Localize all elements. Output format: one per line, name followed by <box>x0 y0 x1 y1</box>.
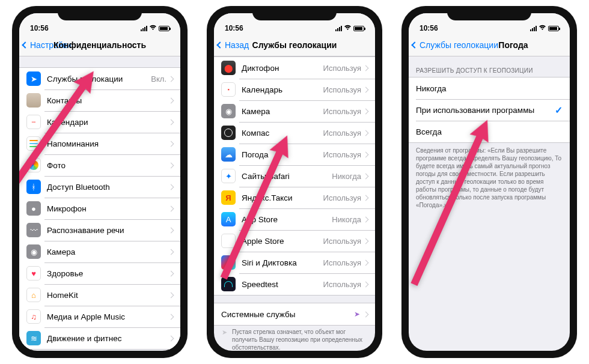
cell-label: Микрофон <box>47 204 169 213</box>
back-button[interactable]: Службы геолокации <box>412 40 498 50</box>
cell-label: Apple Store <box>242 237 323 246</box>
app-icon: ⌂ <box>26 288 41 302</box>
chevron-left-icon <box>22 41 28 48</box>
app-icon: ♫ <box>26 309 41 324</box>
phone-location-services: 10:56 Назад Службы геолокации ⬤ДиктофонИ… <box>207 6 382 358</box>
cell-detail: Используя <box>323 280 361 289</box>
app-icon: ♥ <box>26 266 41 281</box>
signal-icon <box>141 25 147 31</box>
row-health[interactable]: ♥Здоровье <box>19 262 180 284</box>
app-icon <box>221 277 236 291</box>
chevron-right-icon <box>168 141 174 147</box>
app-icon <box>26 93 41 108</box>
nav-bar: Назад Службы геолокации <box>214 34 375 56</box>
location-arrow-icon: ➤ <box>354 310 360 318</box>
row-reminders[interactable]: Напоминания <box>19 133 180 154</box>
chevron-right-icon <box>168 270 174 276</box>
row-compass[interactable]: КомпасИспользуя <box>214 122 375 144</box>
chevron-right-icon <box>168 335 174 341</box>
cell-label: Движение и фитнес <box>47 334 169 343</box>
chevron-right-icon <box>363 216 369 222</box>
app-icon: ● <box>26 201 41 216</box>
option-never[interactable]: Никогда <box>409 77 570 99</box>
row-appstore[interactable]: AApp StoreНикогда <box>214 208 375 230</box>
row-speedtest[interactable]: SpeedtestИспользуя <box>214 273 375 295</box>
wifi-icon <box>149 24 157 32</box>
cell-detail: Используя <box>323 237 361 246</box>
chevron-right-icon <box>168 249 174 255</box>
section-header: Разрешить доступ к геопозиции <box>409 56 570 77</box>
app-icon <box>26 158 41 172</box>
cell-label: Компас <box>242 129 323 138</box>
chevron-right-icon <box>168 314 174 320</box>
location-arrow-icon: ➤ <box>221 328 227 351</box>
row-weather[interactable]: ☁ПогодаИспользуя <box>214 144 375 165</box>
cell-label: Службы геолокации <box>47 74 151 83</box>
chevron-right-icon <box>363 195 369 201</box>
chevron-right-icon <box>363 86 369 93</box>
chevron-right-icon <box>168 119 174 125</box>
row-camera[interactable]: ◉КамераИспользуя <box>214 100 375 122</box>
wifi-icon <box>539 24 546 32</box>
row-contacts[interactable]: Контакты <box>19 89 180 111</box>
cell-label: Сайты Safari <box>242 172 332 181</box>
cell-label: Камера <box>242 107 323 116</box>
row-microphone[interactable]: ●Микрофон <box>19 198 180 219</box>
cell-detail: Используя <box>323 85 361 94</box>
cell-label: Камера <box>47 247 169 256</box>
cell-detail: Используя <box>323 64 361 73</box>
legend-item: ➤Пустая стрелка означает, что объект мог… <box>214 326 375 351</box>
row-homekit[interactable]: ⌂HomeKit <box>19 284 180 306</box>
cell-detail: Используя <box>323 258 361 267</box>
cell-label: Siri и Диктовка <box>242 258 323 267</box>
phone-privacy: 10:56 Настройки Конфиденциальность ➤Служ… <box>12 6 188 358</box>
app-icon: Я <box>221 190 236 205</box>
footer-text: Сведения от программы: «Если Вы разрешит… <box>409 143 570 213</box>
option-while-using[interactable]: При использовании программы✓ <box>409 99 570 121</box>
row-motion[interactable]: ≋Движение и фитнес <box>19 327 180 349</box>
row-bluetooth[interactable]: ᚼДоступ Bluetooth <box>19 176 180 198</box>
signal-icon <box>335 25 342 31</box>
cell-label: App Store <box>242 215 332 224</box>
back-button[interactable]: Настройки <box>23 40 72 50</box>
row-photos[interactable]: Фото <box>19 154 180 176</box>
app-icon: ➤ <box>26 71 41 86</box>
chevron-right-icon <box>168 76 174 82</box>
battery-icon <box>548 26 559 31</box>
app-icon <box>26 136 41 151</box>
row-media[interactable]: ♫Медиа и Apple Music <box>19 306 180 327</box>
cell-detail: Используя <box>323 193 361 202</box>
row-system-services[interactable]: Системные службы ➤ <box>214 303 375 325</box>
row-voice-memos[interactable]: ⬤ДиктофонИспользуя <box>214 57 375 79</box>
row-yandex[interactable]: ЯЯндекс.ТаксиИспользуя <box>214 187 375 208</box>
cell-detail: Вкл. <box>151 74 166 83</box>
chevron-right-icon <box>363 151 369 157</box>
option-label: При использовании программы <box>416 106 555 115</box>
chevron-right-icon <box>168 97 174 103</box>
cell-label: Фото <box>47 161 169 170</box>
row-speech[interactable]: 〰Распознавание речи <box>19 219 180 241</box>
chevron-right-icon <box>363 259 369 265</box>
app-icon: ≋ <box>26 331 41 345</box>
option-label: Никогда <box>416 84 563 93</box>
app-icon <box>221 255 236 270</box>
row-safari[interactable]: ✦Сайты SafariНикогда <box>214 165 375 187</box>
chevron-right-icon <box>168 162 174 168</box>
row-calendar[interactable]: ▪КалендарьИспользуя <box>214 79 375 100</box>
row-camera[interactable]: ◉Камера <box>19 241 180 262</box>
nav-bar: Службы геолокации Погода <box>409 34 570 56</box>
back-button[interactable]: Назад <box>218 40 249 50</box>
cell-label: Погода <box>242 150 323 159</box>
row-siri[interactable]: Siri и ДиктовкаИспользуя <box>214 252 375 273</box>
wifi-icon <box>344 24 352 32</box>
row-location-services[interactable]: ➤Службы геолокацииВкл. <box>19 68 180 89</box>
option-always[interactable]: Всегда <box>409 121 570 142</box>
cell-label: Доступ Bluetooth <box>47 183 169 192</box>
row-applestore[interactable]: Apple StoreИспользуя <box>214 230 375 252</box>
cell-detail: Никогда <box>332 172 361 181</box>
row-calendars[interactable]: •••Календари <box>19 111 180 133</box>
cell-label: Яндекс.Такси <box>242 193 323 202</box>
chevron-right-icon <box>363 238 369 244</box>
chevron-right-icon <box>168 227 174 233</box>
app-icon <box>221 234 236 248</box>
